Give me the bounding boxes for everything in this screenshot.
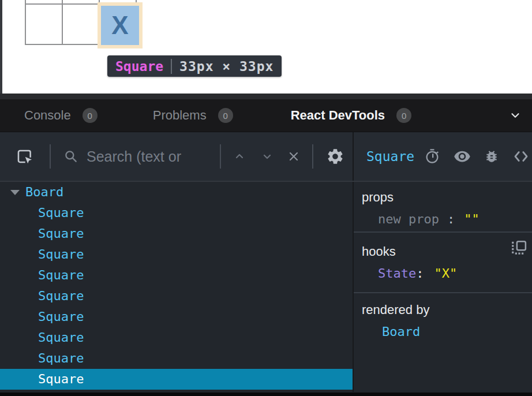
browser-page: X Square 33px × 33px [0,0,532,94]
tab-problems-badge: 0 [218,108,233,123]
tree-row-square[interactable]: Square [0,265,353,286]
hooks-title: hooks [362,244,532,259]
tree-row-square[interactable]: Square [0,223,353,244]
board-cell[interactable] [25,4,62,44]
toolbar-divider [220,144,221,169]
board-cell-value: X [111,11,128,40]
tab-problems[interactable]: Problems 0 [153,108,233,123]
rendered-by-title: rendered by [362,302,532,317]
rendered-by-owner-link[interactable]: Board [362,324,532,339]
new-prop-row: new prop : "" [362,212,532,226]
component-tree: Board Square Square Square Square Square… [0,182,354,392]
gear-icon[interactable] [326,147,344,166]
view-source-icon[interactable] [512,148,530,165]
tree-row-label: Square [38,286,84,307]
toolbar-divider [50,144,51,169]
tab-react-devtools[interactable]: React DevTools 0 [291,108,411,123]
screen: X Square 33px × 33px Console 0 Problems … [0,0,532,396]
tree-row-label: Square [38,369,84,390]
search-icon [63,149,78,164]
expand-caret-icon[interactable] [10,190,20,195]
tree-row-square[interactable]: Square [0,244,353,265]
search-next-icon[interactable] [260,150,274,163]
tab-console-label: Console [24,108,71,123]
tree-row-square[interactable]: Square [0,327,353,348]
tree-row-label: Square [38,244,84,265]
search-previous-icon[interactable] [233,150,246,163]
element-size-tooltip: Square 33px × 33px [107,55,282,77]
inspect-highlight-padding: X [98,2,143,48]
key-value-separator: : [447,212,455,226]
tree-row-label: Board [25,182,63,203]
toolbar-right: Square [354,132,532,181]
tree-row-label: Square [38,265,84,286]
state-hook-label: State [378,266,416,281]
devtools-tab-bar: Console 0 Problems 0 React DevTools 0 [0,99,532,132]
tab-react-devtools-label: React DevTools [291,108,385,123]
chevron-down-icon[interactable] [509,109,522,122]
tree-row-board[interactable]: Board [0,182,353,203]
tooltip-dimensions: 33px × 33px [179,59,274,74]
new-prop-input[interactable]: new prop [378,212,439,226]
rendered-by-section: rendered by Board [354,293,532,392]
state-hook-value[interactable]: "X" [434,266,457,281]
tooltip-component-name: Square [115,59,163,74]
key-value-separator: : [416,266,424,281]
tree-row-square[interactable]: Square [0,286,353,307]
props-section: props new prop : "" [354,182,532,233]
tree-row-label: Square [38,307,84,327]
tab-react-devtools-badge: 0 [396,108,411,123]
toolbar-divider [312,144,313,169]
tree-row-label: Square [38,203,84,223]
bottom-edge-strip [0,393,532,396]
board-cell[interactable] [62,0,99,4]
tab-console[interactable]: Console 0 [24,108,98,123]
devtools-content: Board Square Square Square Square Square… [0,182,532,392]
tab-console-badge: 0 [83,108,98,123]
tree-row-square[interactable]: Square [0,203,353,223]
inspect-element-icon[interactable] [15,147,35,166]
tooltip-divider [171,59,172,74]
tree-row-square-selected[interactable]: Square [0,369,353,390]
hooks-section: hooks State : "X" [354,233,532,293]
panel-top-strip [0,94,532,99]
clear-search-icon[interactable] [287,150,301,163]
toolbar-left [0,132,354,181]
tree-row-square[interactable]: Square [0,307,353,327]
props-title: props [362,190,532,205]
parse-hook-names-icon[interactable] [510,240,527,259]
suspend-timer-icon[interactable] [424,148,440,165]
tree-row-label: Square [38,348,84,369]
inspect-dom-eye-icon[interactable] [454,148,471,165]
tree-row-label: Square [38,223,84,244]
inspector-panel: props new prop : "" hooks [354,182,532,392]
board-cell[interactable] [62,4,99,44]
page-left-edge [0,0,2,94]
debug-bug-icon[interactable] [484,149,499,164]
tree-row-label: Square [38,327,84,348]
state-hook-row: State : "X" [362,266,532,281]
new-prop-value-input[interactable]: "" [464,212,479,226]
react-devtools-panel: Square [0,132,532,396]
board-cell[interactable] [25,0,62,4]
component-actions [424,148,532,165]
search-input[interactable] [87,148,220,165]
tab-problems-label: Problems [153,108,207,123]
devtools-toolbar: Square [0,132,532,182]
tree-row-square[interactable]: Square [0,348,353,369]
selected-component-name: Square [366,149,414,164]
inspect-highlight-content: X [101,6,139,45]
